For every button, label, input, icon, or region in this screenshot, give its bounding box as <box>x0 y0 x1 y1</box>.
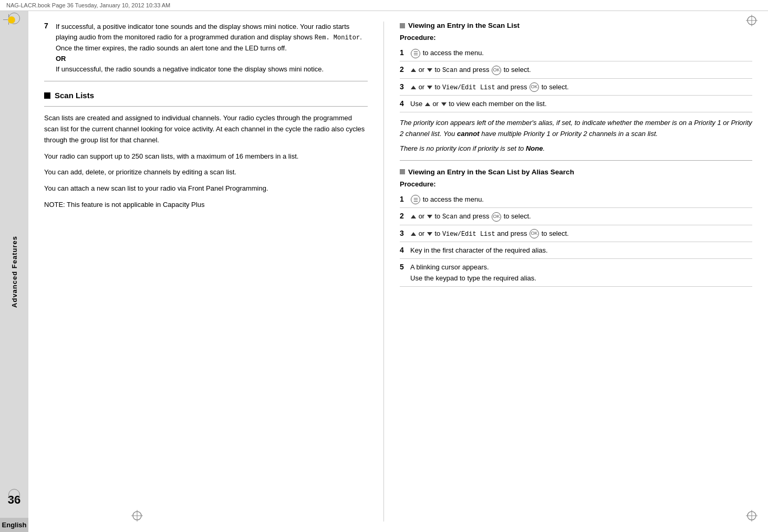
step-r1-2: 2 or to Scan and press OK to select. <box>400 61 752 79</box>
up-icon-4 <box>411 215 416 218</box>
step-r2-3: 3 or to View/Edit List and press OK to s… <box>400 225 752 243</box>
italic-note-2: There is no priority icon if priority is… <box>400 143 752 154</box>
step-r2-2-content: or to Scan and press OK to select. <box>410 211 752 222</box>
step-r2-3-num: 3 <box>400 228 407 239</box>
step-r1-4: 4 Use or to view each member on the list… <box>400 96 752 112</box>
section1-heading-text: Viewing an Entry in the Scan List <box>408 22 520 29</box>
sidebar-label: Advanced Features <box>11 236 18 308</box>
section-heading-text: Scan Lists <box>55 91 94 100</box>
section2-bullet <box>400 169 405 174</box>
step-r1-3: 3 or to View/Edit List and press OK to s… <box>400 79 752 96</box>
left-column: 7 If successful, a positive indicator to… <box>44 22 384 521</box>
step-r2-2-num: 2 <box>400 211 407 222</box>
para-4: You can attach a new scan list to your r… <box>44 183 368 194</box>
step-r1-3-content: or to View/Edit List and press OK to sel… <box>410 82 752 93</box>
page-outer: NAG-LACR.book Page 36 Tuesday, January 1… <box>0 0 768 532</box>
down-icon-4 <box>427 215 432 218</box>
header-bar: NAG-LACR.book Page 36 Tuesday, January 1… <box>0 0 768 11</box>
para-note: NOTE: This feature is not applicable in … <box>44 200 368 211</box>
step-7: 7 If successful, a positive indicator to… <box>44 22 368 75</box>
step-r1-1-content: ☰ to access the menu. <box>410 48 752 58</box>
step-r1-3-num: 3 <box>400 81 407 92</box>
section1-bullet <box>400 23 405 28</box>
ok-icon-2: OK <box>530 82 539 92</box>
crosshair-br <box>746 510 757 521</box>
header-text: NAG-LACR.book Page 36 Tuesday, January 1… <box>6 2 170 8</box>
step-r1-4-content: Use or to view each member on the list. <box>410 99 752 109</box>
section1-heading: Viewing an Entry in the Scan List <box>400 22 752 29</box>
scan-lists-heading: Scan Lists <box>44 91 368 100</box>
crosshair-bottom-center <box>131 510 143 521</box>
up-icon-2 <box>411 86 416 89</box>
language-label: English <box>2 521 27 529</box>
step-r2-5: 5 A blinking cursor appears. Use the key… <box>400 259 752 286</box>
main-content: 7 If successful, a positive indicator to… <box>28 11 768 532</box>
menu-icon-2: ☰ <box>411 195 420 204</box>
step-r1-2-content: or to Scan and press OK to select. <box>410 65 752 76</box>
section2-heading-text: Viewing an Entry in the Scan List by Ali… <box>408 168 574 176</box>
section-bullet <box>44 92 50 99</box>
step-r2-2: 2 or to Scan and press OK to select. <box>400 208 752 225</box>
italic-note-1: The priority icon appears left of the me… <box>400 118 752 139</box>
yellow-dot <box>7 16 16 26</box>
divider-1 <box>44 81 368 81</box>
ok-icon-1: OK <box>492 66 501 75</box>
step-r2-1: 1 ☰ to access the menu. <box>400 191 752 208</box>
step-r2-1-content: ☰ to access the menu. <box>410 194 752 205</box>
divider-r1 <box>400 160 752 161</box>
crosshair-tr <box>746 15 757 26</box>
step-r2-4-num: 4 <box>400 245 407 256</box>
divider-2 <box>44 106 368 107</box>
right-column: Viewing an Entry in the Scan List Proced… <box>384 22 752 521</box>
circle-crosshair-bottom <box>8 489 20 500</box>
up-icon-1 <box>411 68 416 72</box>
section2-heading: Viewing an Entry in the Scan List by Ali… <box>400 168 752 176</box>
step-r2-5-num: 5 <box>400 262 407 273</box>
down-icon-2 <box>427 86 432 89</box>
sidebar: Advanced Features 36 English <box>0 11 28 532</box>
step-r2-4: 4 Key in the first character of the requ… <box>400 242 752 259</box>
para-2: Your radio can support up to 250 scan li… <box>44 151 368 162</box>
step-r1-2-num: 2 <box>400 64 407 75</box>
step-r2-4-content: Key in the first character of the requir… <box>410 245 752 256</box>
up-icon-5 <box>411 232 416 236</box>
step-r1-4-num: 4 <box>400 98 407 109</box>
up-icon-3 <box>425 102 430 106</box>
ok-icon-3: OK <box>492 212 501 222</box>
step-r1-1: 1 ☰ to access the menu. <box>400 45 752 61</box>
language-tab: English <box>0 518 28 532</box>
step-7-text: If successful, a positive indicator tone… <box>56 22 368 75</box>
step-r2-5-content: A blinking cursor appears. Use the keypa… <box>410 262 752 283</box>
page-container: Advanced Features 36 English 7 If succes… <box>0 11 768 532</box>
down-icon-3 <box>441 102 447 106</box>
down-icon-5 <box>427 232 432 236</box>
para-3: You can add, delete, or prioritize chann… <box>44 167 368 178</box>
menu-icon-1: ☰ <box>411 49 420 58</box>
section1-procedure-label: Procedure: <box>400 34 752 41</box>
section2-procedure-label: Procedure: <box>400 180 752 188</box>
ok-icon-4: OK <box>530 229 539 238</box>
svg-point-9 <box>8 16 15 24</box>
step-7-number: 7 <box>44 22 53 75</box>
step-r2-3-content: or to View/Edit List and press OK to sel… <box>410 228 752 239</box>
down-icon-1 <box>427 68 432 72</box>
step-r1-1-num: 1 <box>400 47 407 58</box>
step-r2-1-num: 1 <box>400 194 407 205</box>
para-1: Scan lists are created and assigned to i… <box>44 113 368 145</box>
